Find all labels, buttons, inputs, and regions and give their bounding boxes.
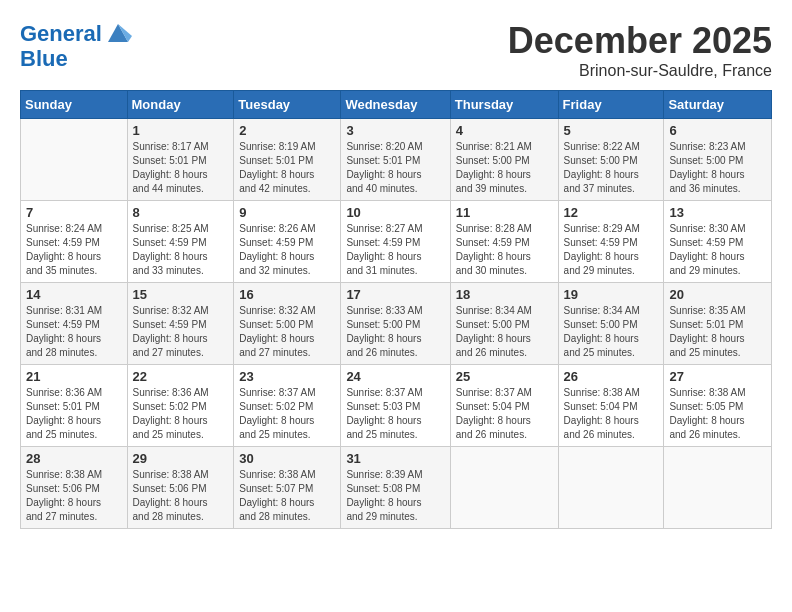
calendar-cell: 14Sunrise: 8:31 AM Sunset: 4:59 PM Dayli… [21,283,128,365]
month-title: December 2025 [508,20,772,62]
weekday-header-friday: Friday [558,91,664,119]
weekday-header-thursday: Thursday [450,91,558,119]
day-number: 23 [239,369,335,384]
calendar-cell: 27Sunrise: 8:38 AM Sunset: 5:05 PM Dayli… [664,365,772,447]
calendar-cell: 1Sunrise: 8:17 AM Sunset: 5:01 PM Daylig… [127,119,234,201]
day-number: 17 [346,287,444,302]
day-number: 21 [26,369,122,384]
weekday-header-tuesday: Tuesday [234,91,341,119]
calendar-cell: 9Sunrise: 8:26 AM Sunset: 4:59 PM Daylig… [234,201,341,283]
day-number: 24 [346,369,444,384]
day-info: Sunrise: 8:39 AM Sunset: 5:08 PM Dayligh… [346,468,444,524]
day-number: 9 [239,205,335,220]
day-info: Sunrise: 8:38 AM Sunset: 5:07 PM Dayligh… [239,468,335,524]
calendar-cell: 4Sunrise: 8:21 AM Sunset: 5:00 PM Daylig… [450,119,558,201]
day-info: Sunrise: 8:30 AM Sunset: 4:59 PM Dayligh… [669,222,766,278]
day-info: Sunrise: 8:35 AM Sunset: 5:01 PM Dayligh… [669,304,766,360]
day-number: 13 [669,205,766,220]
calendar-week-2: 7Sunrise: 8:24 AM Sunset: 4:59 PM Daylig… [21,201,772,283]
day-number: 28 [26,451,122,466]
day-info: Sunrise: 8:34 AM Sunset: 5:00 PM Dayligh… [456,304,553,360]
day-number: 29 [133,451,229,466]
day-number: 4 [456,123,553,138]
calendar-cell: 10Sunrise: 8:27 AM Sunset: 4:59 PM Dayli… [341,201,450,283]
day-number: 15 [133,287,229,302]
day-info: Sunrise: 8:38 AM Sunset: 5:06 PM Dayligh… [133,468,229,524]
logo-general: General [20,21,102,46]
day-info: Sunrise: 8:32 AM Sunset: 5:00 PM Dayligh… [239,304,335,360]
calendar-cell: 6Sunrise: 8:23 AM Sunset: 5:00 PM Daylig… [664,119,772,201]
calendar-cell: 22Sunrise: 8:36 AM Sunset: 5:02 PM Dayli… [127,365,234,447]
calendar-cell: 30Sunrise: 8:38 AM Sunset: 5:07 PM Dayli… [234,447,341,529]
calendar-week-1: 1Sunrise: 8:17 AM Sunset: 5:01 PM Daylig… [21,119,772,201]
day-number: 1 [133,123,229,138]
day-info: Sunrise: 8:17 AM Sunset: 5:01 PM Dayligh… [133,140,229,196]
calendar-cell: 28Sunrise: 8:38 AM Sunset: 5:06 PM Dayli… [21,447,128,529]
calendar-cell: 3Sunrise: 8:20 AM Sunset: 5:01 PM Daylig… [341,119,450,201]
day-number: 16 [239,287,335,302]
calendar-cell: 17Sunrise: 8:33 AM Sunset: 5:00 PM Dayli… [341,283,450,365]
calendar-cell: 11Sunrise: 8:28 AM Sunset: 4:59 PM Dayli… [450,201,558,283]
calendar-cell: 26Sunrise: 8:38 AM Sunset: 5:04 PM Dayli… [558,365,664,447]
calendar-cell: 18Sunrise: 8:34 AM Sunset: 5:00 PM Dayli… [450,283,558,365]
calendar-cell [664,447,772,529]
calendar-cell [558,447,664,529]
calendar-cell: 12Sunrise: 8:29 AM Sunset: 4:59 PM Dayli… [558,201,664,283]
day-number: 20 [669,287,766,302]
calendar-week-4: 21Sunrise: 8:36 AM Sunset: 5:01 PM Dayli… [21,365,772,447]
day-number: 2 [239,123,335,138]
day-number: 6 [669,123,766,138]
day-info: Sunrise: 8:25 AM Sunset: 4:59 PM Dayligh… [133,222,229,278]
calendar-cell: 8Sunrise: 8:25 AM Sunset: 4:59 PM Daylig… [127,201,234,283]
calendar-cell: 25Sunrise: 8:37 AM Sunset: 5:04 PM Dayli… [450,365,558,447]
calendar-header: SundayMondayTuesdayWednesdayThursdayFrid… [21,91,772,119]
day-info: Sunrise: 8:27 AM Sunset: 4:59 PM Dayligh… [346,222,444,278]
day-number: 12 [564,205,659,220]
day-info: Sunrise: 8:24 AM Sunset: 4:59 PM Dayligh… [26,222,122,278]
day-number: 18 [456,287,553,302]
day-info: Sunrise: 8:20 AM Sunset: 5:01 PM Dayligh… [346,140,444,196]
calendar-cell: 21Sunrise: 8:36 AM Sunset: 5:01 PM Dayli… [21,365,128,447]
day-number: 25 [456,369,553,384]
calendar-cell: 15Sunrise: 8:32 AM Sunset: 4:59 PM Dayli… [127,283,234,365]
day-number: 22 [133,369,229,384]
calendar-body: 1Sunrise: 8:17 AM Sunset: 5:01 PM Daylig… [21,119,772,529]
weekday-header-saturday: Saturday [664,91,772,119]
day-info: Sunrise: 8:37 AM Sunset: 5:04 PM Dayligh… [456,386,553,442]
day-number: 8 [133,205,229,220]
calendar-cell: 7Sunrise: 8:24 AM Sunset: 4:59 PM Daylig… [21,201,128,283]
calendar-cell: 19Sunrise: 8:34 AM Sunset: 5:00 PM Dayli… [558,283,664,365]
day-info: Sunrise: 8:26 AM Sunset: 4:59 PM Dayligh… [239,222,335,278]
calendar-cell: 2Sunrise: 8:19 AM Sunset: 5:01 PM Daylig… [234,119,341,201]
day-info: Sunrise: 8:38 AM Sunset: 5:05 PM Dayligh… [669,386,766,442]
day-info: Sunrise: 8:37 AM Sunset: 5:03 PM Dayligh… [346,386,444,442]
calendar-cell [21,119,128,201]
calendar-cell: 24Sunrise: 8:37 AM Sunset: 5:03 PM Dayli… [341,365,450,447]
day-info: Sunrise: 8:28 AM Sunset: 4:59 PM Dayligh… [456,222,553,278]
calendar-week-5: 28Sunrise: 8:38 AM Sunset: 5:06 PM Dayli… [21,447,772,529]
calendar-week-3: 14Sunrise: 8:31 AM Sunset: 4:59 PM Dayli… [21,283,772,365]
day-info: Sunrise: 8:29 AM Sunset: 4:59 PM Dayligh… [564,222,659,278]
weekday-header-wednesday: Wednesday [341,91,450,119]
day-info: Sunrise: 8:38 AM Sunset: 5:04 PM Dayligh… [564,386,659,442]
day-number: 5 [564,123,659,138]
day-info: Sunrise: 8:22 AM Sunset: 5:00 PM Dayligh… [564,140,659,196]
calendar-cell: 13Sunrise: 8:30 AM Sunset: 4:59 PM Dayli… [664,201,772,283]
logo-blue: Blue [20,48,132,70]
day-number: 10 [346,205,444,220]
day-info: Sunrise: 8:32 AM Sunset: 4:59 PM Dayligh… [133,304,229,360]
day-number: 30 [239,451,335,466]
day-info: Sunrise: 8:33 AM Sunset: 5:00 PM Dayligh… [346,304,444,360]
calendar-cell [450,447,558,529]
day-info: Sunrise: 8:37 AM Sunset: 5:02 PM Dayligh… [239,386,335,442]
calendar-table: SundayMondayTuesdayWednesdayThursdayFrid… [20,90,772,529]
day-number: 3 [346,123,444,138]
day-info: Sunrise: 8:23 AM Sunset: 5:00 PM Dayligh… [669,140,766,196]
day-info: Sunrise: 8:19 AM Sunset: 5:01 PM Dayligh… [239,140,335,196]
day-info: Sunrise: 8:21 AM Sunset: 5:00 PM Dayligh… [456,140,553,196]
day-number: 26 [564,369,659,384]
day-number: 14 [26,287,122,302]
day-info: Sunrise: 8:34 AM Sunset: 5:00 PM Dayligh… [564,304,659,360]
day-info: Sunrise: 8:31 AM Sunset: 4:59 PM Dayligh… [26,304,122,360]
day-info: Sunrise: 8:36 AM Sunset: 5:01 PM Dayligh… [26,386,122,442]
